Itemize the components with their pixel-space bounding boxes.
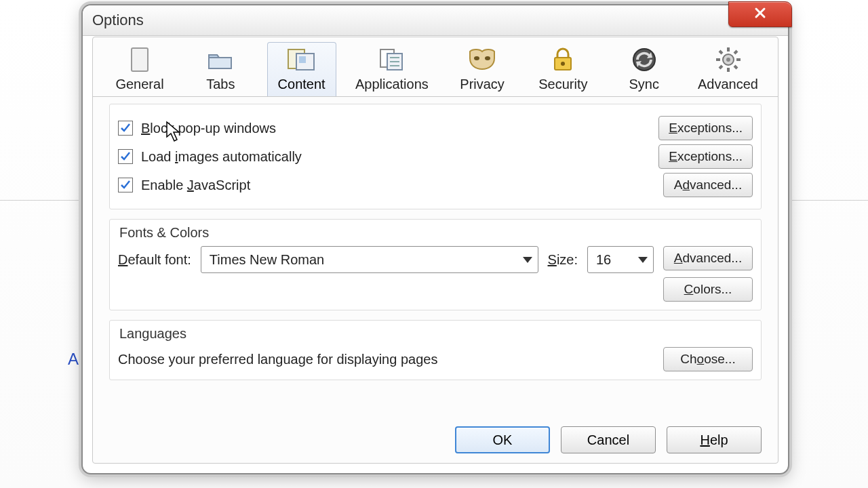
tab-label: Tabs (206, 77, 235, 92)
svg-rect-3 (299, 56, 306, 63)
svg-point-12 (561, 62, 565, 66)
close-x-icon (753, 6, 767, 23)
tab-label: Content (278, 77, 326, 92)
checkbox-label: Enable JavaScript (141, 178, 250, 193)
font-size-select[interactable]: 16 (587, 246, 654, 273)
tab-sync[interactable]: Sync (610, 42, 679, 96)
svg-line-22 (719, 66, 722, 68)
sync-icon (631, 45, 658, 74)
block-popups-exceptions-button[interactable]: Exceptions... (658, 116, 753, 140)
tab-label: Security (538, 77, 587, 92)
tab-label: Sync (629, 77, 658, 92)
svg-point-23 (726, 58, 730, 62)
cancel-button[interactable]: Cancel (561, 426, 656, 453)
content-panel: Block pop-up windows Exceptions... Load … (93, 97, 778, 398)
checkbox-icon (118, 121, 133, 136)
tab-label: Applications (355, 77, 429, 92)
load-images-checkbox[interactable]: Load images automatically (118, 149, 302, 165)
languages-description: Choose your preferred language for displ… (118, 352, 437, 367)
enable-js-checkbox[interactable]: Enable JavaScript (118, 178, 250, 193)
fonts-colors-group: Fonts & Colors Default font: Times New R… (109, 219, 762, 310)
background-text-fragment: A (68, 350, 79, 369)
options-dialog: Options General Tabs (81, 4, 789, 474)
fonts-advanced-button[interactable]: Advanced... (663, 246, 753, 270)
titlebar[interactable]: Options (83, 5, 788, 36)
enable-js-advanced-button[interactable]: Advanced... (663, 173, 753, 197)
group-title: Fonts & Colors (119, 225, 753, 241)
window-title: Options (92, 12, 144, 29)
font-size-label: Size: (548, 252, 578, 268)
applications-icon (378, 45, 406, 74)
lock-icon (551, 45, 574, 74)
tab-general[interactable]: General (105, 42, 174, 96)
load-images-exceptions-button[interactable]: Exceptions... (658, 144, 753, 169)
default-font-label: Default font: (118, 252, 191, 268)
svg-line-19 (719, 51, 722, 54)
tab-label: General (115, 77, 163, 92)
checkbox-icon (118, 149, 133, 164)
checkbox-label: Block pop-up windows (141, 121, 276, 136)
default-font-select[interactable]: Times New Roman (201, 246, 538, 273)
svg-line-20 (734, 66, 737, 68)
tab-security[interactable]: Security (528, 42, 597, 96)
chevron-down-icon (638, 257, 648, 263)
content-settings-group: Block pop-up windows Exceptions... Load … (109, 104, 762, 209)
enable-js-row: Enable JavaScript Advanced... (118, 171, 753, 199)
tab-tabs[interactable]: Tabs (186, 42, 255, 96)
block-popups-checkbox[interactable]: Block pop-up windows (118, 121, 276, 136)
svg-point-10 (485, 56, 490, 60)
category-tabs: General Tabs Content Applications (93, 37, 778, 97)
tab-privacy[interactable]: Privacy (448, 42, 517, 96)
load-images-row: Load images automatically Exceptions... (118, 142, 753, 171)
select-value: Times New Roman (210, 252, 324, 268)
choose-language-button[interactable]: Choose... (663, 347, 753, 371)
languages-group: Languages Choose your preferred language… (109, 320, 762, 380)
chevron-down-icon (523, 257, 532, 263)
ok-button[interactable]: OK (455, 426, 550, 453)
dialog-footer: OK Cancel Help (455, 426, 762, 453)
checkbox-label: Load images automatically (141, 149, 302, 165)
mask-icon (467, 45, 497, 74)
tab-advanced[interactable]: Advanced (690, 42, 766, 96)
tab-applications[interactable]: Applications (348, 42, 436, 96)
content-icon (287, 45, 317, 74)
block-popups-row: Block pop-up windows Exceptions... (118, 114, 753, 142)
svg-line-21 (734, 51, 737, 54)
select-value: 16 (596, 252, 611, 268)
page-icon (130, 45, 150, 74)
tab-label: Privacy (460, 77, 505, 92)
checkbox-icon (118, 178, 133, 192)
svg-rect-0 (132, 48, 148, 71)
help-button[interactable]: Help (667, 426, 762, 453)
dialog-body: General Tabs Content Applications (92, 37, 778, 464)
close-button[interactable] (728, 1, 792, 27)
tab-content[interactable]: Content (267, 42, 336, 96)
folder-icon (207, 45, 234, 74)
colors-button[interactable]: Colors... (663, 277, 753, 302)
gear-icon (715, 45, 742, 74)
group-title: Languages (119, 326, 753, 342)
tab-label: Advanced (698, 77, 758, 92)
svg-point-9 (474, 56, 479, 60)
